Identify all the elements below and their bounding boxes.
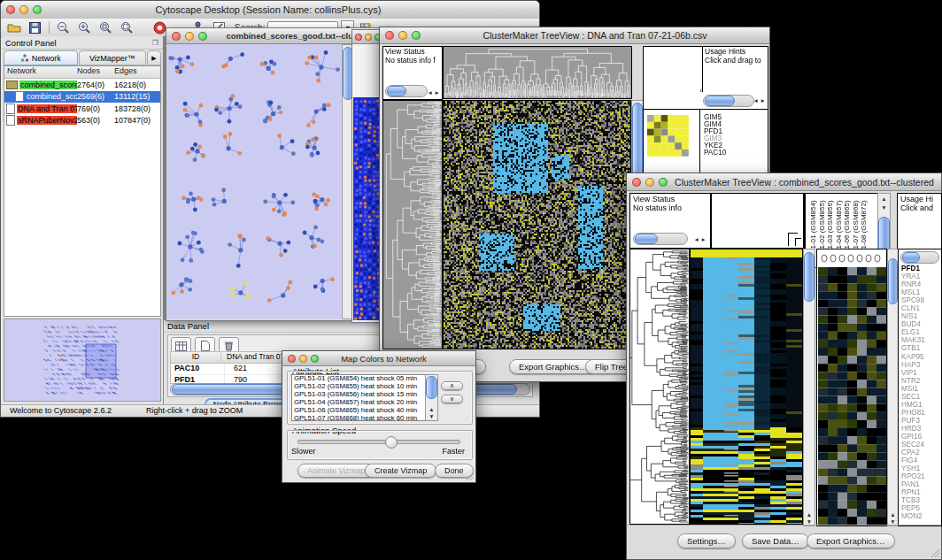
node-count: 563(0) [77,116,114,125]
scroll-right-icon[interactable]: ► [435,89,440,96]
network-canvas[interactable] [167,44,341,318]
scroll-up-icon[interactable]: ▲ [426,406,437,412]
network-list-item[interactable]: combined_sco2569(6)13112(15) [4,91,160,104]
scroll-down-icon[interactable]: ▼ [888,518,898,525]
tab-network[interactable]: Network [4,50,78,65]
move-up-button[interactable]: ∧ [441,381,463,390]
minimize-icon[interactable] [185,32,194,41]
save-icon[interactable] [26,19,44,35]
tv2-heatmap[interactable] [690,249,803,525]
window-controls[interactable] [6,5,42,14]
scroll-up-icon[interactable]: ▲ [888,511,898,518]
gene-label: GPI16 [901,433,925,441]
attribute-list[interactable]: GPL51-01 (GSM854) heat shock 05 minGPL51… [291,374,438,421]
scroll-down-icon[interactable]: ▼ [804,518,815,525]
gene-label: SEC24 [901,441,925,449]
tv1-export-graphics-button[interactable]: Export Graphics… [509,359,598,374]
col-edges[interactable]: Edges [114,66,160,78]
gene-label: HRD3 [901,425,925,433]
gene-label: RPN1 [901,488,925,496]
animate-vizmap-button[interactable]: Animate Vizmap [297,464,374,478]
gene-label: SPC98 [901,296,925,304]
close-icon[interactable] [355,34,362,41]
scroll-left-icon[interactable]: ◄ [428,89,433,96]
close-icon[interactable] [385,31,394,40]
close-icon[interactable] [632,178,641,187]
tv2-export-graphics-button[interactable]: Export Graphics… [807,533,895,548]
slower-label: Slower [291,447,316,456]
tv1-row-dendrogram[interactable] [382,100,443,349]
float-panel-icon[interactable]: ❐ [152,39,163,47]
tv1-heatmap[interactable] [443,100,631,349]
minimize-icon[interactable] [299,355,307,363]
datapanel-col-id[interactable]: ID [171,352,221,363]
minimize-icon[interactable] [19,5,28,14]
gene-label: CPA2 [901,449,925,456]
zoom-icon[interactable] [412,31,421,40]
treeview2-title: ClusterMaker TreeView : combined_scores_… [668,177,941,188]
gene-label: MSL1 [901,288,925,296]
gene-label: PHO81 [901,409,925,417]
close-icon[interactable] [288,355,296,363]
gene-label: ELG1 [901,328,925,336]
zoom-icon[interactable] [33,5,42,14]
scroll-left-icon[interactable]: ◄ [753,97,759,104]
zoom-icon[interactable] [198,32,207,41]
col-network[interactable]: Network [4,66,77,78]
control-panel-title: Control Panel [2,38,152,48]
zoom-in-icon[interactable] [75,19,94,35]
tv2-column-dendrogram[interactable] [711,193,804,249]
edge-count: 16218(0) [114,81,160,89]
resize-grip-icon[interactable] [930,548,940,558]
main-titlebar[interactable]: Cytoscape Desktop (Session Name: collins… [1,1,539,19]
tv2-row-labels: PFD1YRA1RNR4MSL1SPC98CLN1NIS1BUD4ELG1MAK… [901,265,925,521]
zoom-icon[interactable] [311,355,319,363]
zoom-out-icon[interactable] [54,19,73,35]
zoom-icon[interactable] [659,178,668,187]
birdseye-view[interactable] [4,318,161,402]
minimize-icon[interactable] [398,31,407,40]
minimize-icon[interactable] [645,178,654,187]
scroll-down-icon[interactable]: ▼ [878,204,890,211]
scroll-up-icon[interactable]: ▲ [804,511,815,518]
tv2-settings-button[interactable]: Settings… [677,533,736,548]
gene-label: NTR2 [901,377,925,385]
network-list-item[interactable]: sRNAPuberNov2+563(0)107847(0) [4,115,160,127]
tv1-column-dendrogram[interactable] [443,46,632,99]
more-tabs-button[interactable]: ▶ [147,50,161,65]
scroll-right-icon[interactable]: ► [761,97,766,104]
zoom-fit-icon[interactable] [118,19,136,35]
minimize-icon[interactable] [365,34,372,41]
tv2-row-dendrogram[interactable] [629,249,690,525]
move-down-button[interactable]: ∨ [441,395,463,403]
tv1-zoom-hscrollbar[interactable] [703,95,754,107]
animation-speed-slider[interactable] [297,440,460,444]
close-icon[interactable] [6,5,15,14]
slider-thumb[interactable] [385,436,398,449]
close-icon[interactable] [172,32,181,41]
tv1-zoom-heatmap[interactable] [647,115,689,157]
scroll-up-icon[interactable]: ▲ [878,196,890,202]
scroll-right-icon[interactable]: ► [701,236,706,242]
col-nodes[interactable]: Nodes [77,66,114,78]
tv1-status-scrollbar[interactable] [385,85,428,97]
tv2-status-scrollbar[interactable] [633,233,688,245]
resize-grip-icon[interactable] [465,472,475,481]
tv2-heatmap-vscrollbar[interactable]: ▲ ▼ [803,249,815,526]
attribute-list-item[interactable]: GPL51-07 (GSM868) heat shock 60 min [294,415,437,421]
network-list-item[interactable]: DNA and Tran 07769(0)183728(0) [4,103,160,115]
tv2-zoom-heatmap[interactable] [816,249,887,526]
tv2-label-hscrollbar[interactable] [900,251,939,264]
tab-vizmapper[interactable]: VizMapper™ [79,50,146,65]
tv2-save-data-button[interactable]: Save Data… [742,533,809,548]
gene-label: SEC1 [901,393,925,401]
network-list-item[interactable]: combined_scores2764(0)16218(0) [4,79,160,91]
create-vizmap-button[interactable]: Create Vizmap [365,464,436,478]
scroll-left-icon[interactable]: ◄ [694,236,699,242]
zoom-selected-icon[interactable] [97,19,115,35]
network-tab-icon [20,54,29,62]
gene-label: HMG1 [901,401,925,409]
scroll-down-icon[interactable]: ▼ [426,413,437,419]
open-file-icon[interactable] [4,19,23,35]
attribute-list-vscrollbar[interactable]: ▲ ▼ [425,374,438,421]
